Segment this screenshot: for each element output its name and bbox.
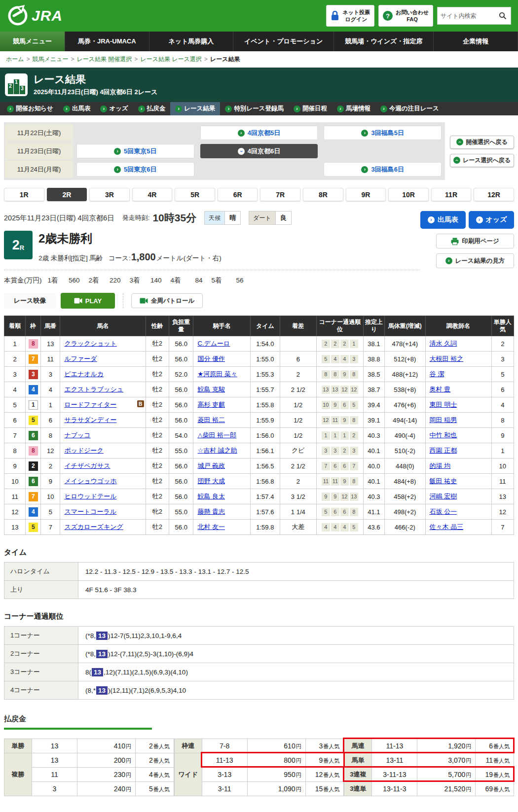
jockey-link[interactable]: 北村 友一 <box>197 523 225 530</box>
horse-name-link[interactable]: サラサダンディー <box>64 416 116 424</box>
sub-nav-item-7[interactable]: ›馬場情報 <box>332 102 375 115</box>
jockey-link[interactable]: ☆吉村 誠之助 <box>197 447 237 454</box>
race-tab-9R[interactable]: 9R <box>346 188 386 201</box>
race-tab-5R[interactable]: 5R <box>175 188 215 201</box>
horse-name-cell: ポッドジーク <box>60 443 146 459</box>
meeting-button-1-1[interactable]: ›4回京都6日 <box>200 144 318 158</box>
sub-nav-item-4[interactable]: ›レース結果 <box>170 102 220 115</box>
horse-name-link[interactable]: イチザペガサス <box>64 462 110 469</box>
horse-name-link[interactable]: ルファーダ <box>64 355 97 362</box>
meeting-button-0-1[interactable]: ›4回京都5日 <box>200 126 318 140</box>
nav-item-4[interactable]: 競馬場・ウインズ・指定席 <box>334 32 434 51</box>
trainer-link[interactable]: 谷 潔 <box>430 370 444 378</box>
nav-item-1[interactable]: 馬券・JRA-UMACA <box>65 32 149 51</box>
jockey-link[interactable]: 国分 優作 <box>197 355 225 362</box>
breadcrumb-item-0[interactable]: ホーム <box>6 56 24 63</box>
faq-button[interactable]: ? お問い合わせ FAQ <box>378 5 433 27</box>
trainer-link[interactable]: 東田 明士 <box>430 401 457 408</box>
breadcrumb-item-3[interactable]: レース結果 レース選択 <box>140 56 201 63</box>
race-tab-12R[interactable]: 12R <box>474 188 514 201</box>
trainer-link[interactable]: 岡田 稲男 <box>430 416 457 424</box>
jra-logo[interactable]: JRA <box>7 5 63 27</box>
sub-nav-item-5[interactable]: ›特別レース登録馬 <box>220 102 289 115</box>
race-tab-10R[interactable]: 10R <box>388 188 429 201</box>
breadcrumb-item-2[interactable]: レース結果 開催選択 <box>76 56 132 63</box>
trainer-link[interactable]: 中竹 和也 <box>430 431 457 439</box>
sub-nav-item-1[interactable]: ›出馬表 <box>58 102 96 115</box>
trainer-link[interactable]: 飯田 祐史 <box>430 477 457 485</box>
meeting-button-2-0[interactable]: ›5回東京6日 <box>76 162 194 177</box>
patrol-video-button[interactable]: 全周パトロール <box>131 293 203 308</box>
horse-weight: 488(+12) <box>385 367 425 382</box>
play-button[interactable]: PLAY <box>61 293 115 309</box>
jockey-link[interactable]: 城戸 義政 <box>197 462 225 469</box>
corner-position: 3 <box>350 355 358 363</box>
sub-nav-item-8[interactable]: ›今週の注目レース <box>375 102 444 115</box>
race-tab-7R[interactable]: 7R <box>260 188 300 201</box>
meeting-button-1-0[interactable]: ›5回東京5日 <box>76 144 194 158</box>
sub-nav-item-2[interactable]: ›オッズ <box>95 102 133 115</box>
race-tab-8R[interactable]: 8R <box>303 188 343 201</box>
race-tab-4R[interactable]: 4R <box>132 188 173 201</box>
sub-nav-item-3[interactable]: ›払戻金 <box>133 102 171 115</box>
jockey-link[interactable]: C.デムーロ <box>197 340 230 347</box>
jockey-link[interactable]: 菱田 裕二 <box>197 416 225 424</box>
nav-item-5[interactable]: 企業情報 <box>434 32 518 51</box>
race-video-tab[interactable]: レース映像 <box>4 293 56 309</box>
jockey-link[interactable]: ★河原田 菜々 <box>197 370 237 378</box>
horse-name-link[interactable]: ピエナオルカ <box>64 370 104 378</box>
corner-position: 1 <box>350 340 358 348</box>
meeting-button-0-2[interactable]: ›3回福島5日 <box>324 126 442 140</box>
horse-name-link[interactable]: メイショウゴッホ <box>64 477 116 485</box>
trainer-link[interactable]: 石坂 公一 <box>430 508 457 515</box>
trainer-link[interactable]: 的場 均 <box>430 462 451 469</box>
race-tab-11R[interactable]: 11R <box>431 188 472 201</box>
trainer-link[interactable]: 西園 正都 <box>430 447 457 454</box>
shutsuba-button[interactable]: › 出馬表 <box>420 211 466 229</box>
trainer-link[interactable]: 佐々木 晶三 <box>430 523 464 530</box>
horse-name-link[interactable]: ポッドジーク <box>64 447 104 454</box>
horse-name-link[interactable]: ナブッコ <box>64 431 90 439</box>
meeting-button-2-2[interactable]: ›3回福島6日 <box>324 162 442 177</box>
nav-item-2[interactable]: ネット馬券購入 <box>149 32 234 51</box>
nav-item-0[interactable]: 競馬メニュー <box>0 32 65 51</box>
back-to-race-select-button[interactable]: ›レース選択へ戻る <box>450 154 514 167</box>
horse-name-link[interactable]: ロードファイター <box>64 401 116 408</box>
search-input[interactable] <box>441 12 499 19</box>
jockey-link[interactable]: 団野 大成 <box>197 477 225 485</box>
jockey-link[interactable]: 藤懸 貴志 <box>197 508 225 515</box>
jockey-link[interactable]: 鮫島 克駿 <box>197 386 225 393</box>
jockey-link[interactable]: 高杉 吏麒 <box>197 401 225 408</box>
horse-name-link[interactable]: ヒロウッドテール <box>64 493 116 500</box>
back-to-meeting-select-button[interactable]: ›開催選択へ戻る <box>450 136 514 149</box>
odds-button[interactable]: › オッズ <box>469 211 514 229</box>
trainer-link[interactable]: 大根田 裕之 <box>430 355 464 362</box>
payout-column-0: 単勝13410円2番人気複勝13200円2番人気11230円4番人気3240円5… <box>4 739 174 796</box>
horse-name-link[interactable]: クラックショット <box>64 340 116 347</box>
horse-number: 9 <box>41 474 60 489</box>
trainer-link[interactable]: 清水 久詞 <box>430 340 457 347</box>
horse-name-link[interactable]: スズカローズキング <box>64 523 123 530</box>
horse-name-link[interactable]: エクストラブッシュ <box>64 386 123 393</box>
corner-row-value: (*8,13)12-7(5,11)2,3,10,1-9,6,4 <box>78 627 514 645</box>
print-button[interactable]: 印刷用ページ <box>436 234 514 248</box>
trainer-link[interactable]: 河嶋 宏樹 <box>430 493 457 500</box>
nav-item-3[interactable]: イベント・プロモーション <box>233 32 334 51</box>
jockey-link[interactable]: 鮫島 良太 <box>197 493 225 500</box>
sub-nav-item-6[interactable]: ›開催日程 <box>289 102 332 115</box>
race-tab-1R[interactable]: 1R <box>4 188 44 201</box>
race-tab-3R[interactable]: 3R <box>89 188 130 201</box>
net-vote-login-button[interactable]: ネット投票 ログイン <box>326 5 374 27</box>
race-tab-6R[interactable]: 6R <box>218 188 258 201</box>
prize-amount: 560 <box>61 277 80 284</box>
race-tab-2R[interactable]: 2R <box>47 188 87 201</box>
breadcrumb-separator: > <box>134 56 138 63</box>
search-icon[interactable] <box>499 12 507 20</box>
horse-name-link[interactable]: スマートコーラル <box>64 508 116 515</box>
jockey-link[interactable]: △柴田 裕一郎 <box>197 431 236 439</box>
sub-nav-item-0[interactable]: ›開催お知らせ <box>2 102 58 115</box>
breadcrumb-item-1[interactable]: 競馬メニュー <box>33 56 69 63</box>
result-guide-button[interactable]: › レース結果の見方 <box>436 253 514 268</box>
horse-name-cell: メイショウゴッホ <box>60 474 146 489</box>
trainer-link[interactable]: 奥村 豊 <box>430 386 451 393</box>
